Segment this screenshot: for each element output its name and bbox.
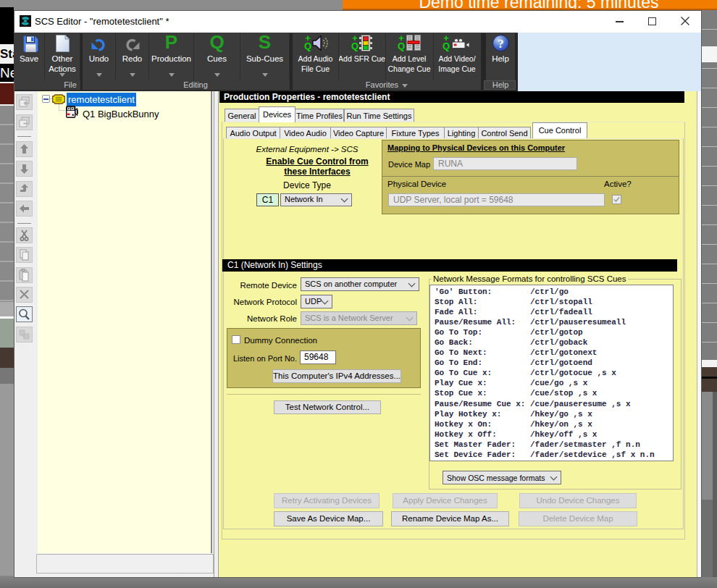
svg-text:?: ? bbox=[498, 37, 504, 51]
